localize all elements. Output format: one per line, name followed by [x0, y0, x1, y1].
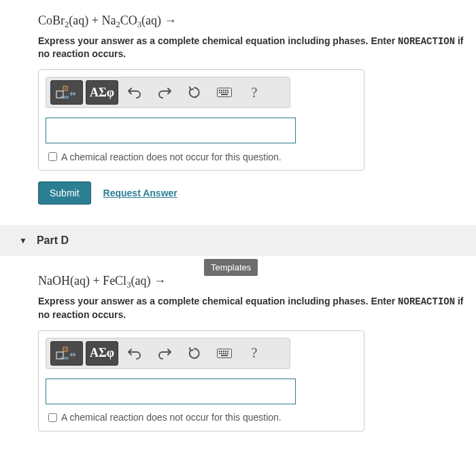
greek-symbols-button[interactable]: ΑΣφ [86, 80, 118, 105]
partD-header[interactable]: ▼ Part D [0, 225, 476, 256]
template-icon [55, 84, 78, 101]
svg-rect-7 [221, 90, 222, 91]
no-reaction-checkbox-partD[interactable] [48, 413, 57, 422]
answer-box-partD: ΑΣφ ? [38, 330, 364, 432]
greek-symbols-button[interactable]: ΑΣφ [86, 341, 118, 366]
no-reaction-checkbox-partC[interactable] [48, 152, 57, 161]
request-answer-link[interactable]: Request Answer [103, 188, 177, 198]
reset-icon [188, 86, 201, 99]
no-reaction-row-partD[interactable]: A chemical reaction does not occur for t… [46, 411, 357, 424]
instruction-prefix: Express your answer as a complete chemic… [38, 35, 398, 46]
svg-rect-33 [221, 355, 228, 356]
undo-button[interactable] [121, 80, 148, 105]
no-reaction-label: A chemical reaction does not occur for t… [61, 412, 282, 423]
collapse-caret-icon: ▼ [19, 236, 27, 245]
equation-partD: NaOH(aq) + FeCl3(aq) → [38, 274, 476, 288]
templates-tooltip: Templates [204, 259, 258, 276]
svg-rect-11 [219, 92, 220, 93]
help-button[interactable]: ? [241, 80, 268, 105]
template-icon [55, 345, 78, 362]
instruction-mono: NOREACTION [398, 36, 455, 47]
svg-rect-27 [227, 351, 228, 352]
svg-rect-9 [225, 90, 226, 91]
undo-icon [128, 347, 141, 359]
reset-icon [188, 347, 201, 360]
answer-input-partD[interactable] [46, 379, 296, 404]
undo-icon [128, 86, 141, 99]
answer-box-partC: ΑΣφ ? [38, 69, 364, 171]
svg-rect-32 [227, 353, 228, 354]
help-button[interactable]: ? [241, 341, 268, 366]
action-row-partC: Submit Request Answer [38, 181, 476, 205]
svg-rect-30 [223, 353, 224, 354]
keyboard-icon [217, 88, 232, 97]
partD-section: Templates NaOH(aq) + FeCl3(aq) → Express… [38, 256, 476, 431]
svg-rect-29 [221, 353, 222, 354]
svg-rect-14 [225, 92, 226, 93]
svg-rect-28 [219, 353, 220, 354]
redo-icon [158, 347, 171, 359]
no-reaction-row-partC[interactable]: A chemical reaction does not occur for t… [46, 150, 357, 163]
svg-rect-26 [225, 351, 226, 352]
partC-section: CoBr2(aq) + Na2CO3(aq) → Express your an… [38, 14, 476, 205]
instruction-partC: Express your answer as a complete chemic… [38, 35, 476, 60]
instruction-mono: NOREACTION [398, 296, 455, 307]
toolbar-partD: ΑΣφ ? [46, 338, 290, 369]
submit-button[interactable]: Submit [38, 181, 91, 205]
undo-button[interactable] [121, 341, 148, 366]
svg-rect-8 [223, 90, 224, 91]
redo-button[interactable] [151, 80, 178, 105]
partD-title: Part D [37, 234, 69, 247]
answer-input-partC[interactable] [46, 118, 296, 143]
keyboard-icon [217, 349, 232, 358]
svg-rect-13 [223, 92, 224, 93]
templates-button[interactable] [50, 80, 83, 105]
reset-button[interactable] [181, 341, 208, 366]
instruction-partD: Express your answer as a complete chemic… [38, 295, 476, 320]
equation-partC: CoBr2(aq) + Na2CO3(aq) → [38, 14, 476, 28]
svg-rect-23 [219, 351, 220, 352]
toolbar-partC: ΑΣφ ? [46, 77, 290, 108]
reset-button[interactable] [181, 80, 208, 105]
no-reaction-label: A chemical reaction does not occur for t… [61, 152, 282, 162]
svg-rect-31 [225, 353, 226, 354]
svg-rect-15 [227, 92, 228, 93]
svg-rect-10 [227, 90, 228, 91]
keyboard-button[interactable] [211, 341, 238, 366]
svg-rect-16 [221, 94, 228, 95]
svg-rect-25 [223, 351, 224, 352]
redo-button[interactable] [151, 341, 178, 366]
redo-icon [158, 86, 171, 99]
svg-rect-6 [219, 90, 220, 91]
keyboard-button[interactable] [211, 80, 238, 105]
svg-rect-24 [221, 351, 222, 352]
templates-button[interactable] [50, 341, 83, 366]
svg-rect-12 [221, 92, 222, 93]
instruction-prefix: Express your answer as a complete chemic… [38, 296, 398, 306]
